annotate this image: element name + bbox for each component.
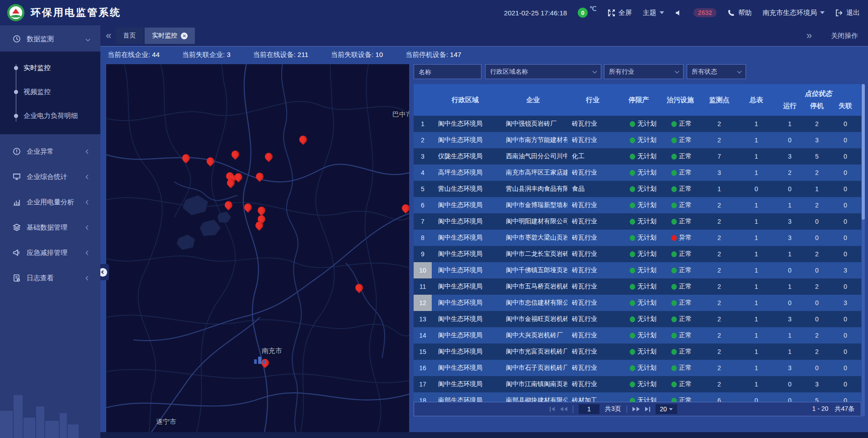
industry-filter-select[interactable]: 所有行业 [604,64,684,79]
cell-facility-status: 正常 [660,266,701,274]
table-row[interactable]: 13 阆中生态环境局 阆中市金福旺页岩机砖 砖瓦行业 无计划 正常 2 1 3 … [414,311,861,327]
sidebar-item-enterprise-statistics[interactable]: 企业综合统计 [0,164,100,189]
prev-page-button[interactable] [560,407,567,411]
notification-badge[interactable]: 2632 [693,8,717,17]
next-page-button[interactable] [632,407,640,411]
cell-meters: 1 [737,218,775,225]
cell-industry: 砖瓦行业 [567,315,618,323]
row-number: 17 [414,376,432,392]
cell-facility-status: 正常 [660,396,701,402]
sidebar-item-log-view[interactable]: 日志查看 [0,265,100,291]
table-row[interactable]: 17 阆中生态环境局 阆中市江南镇阆南页岩 砖瓦行业 无计划 正常 2 1 0 … [414,376,861,392]
cell-industry: 砖瓦行业 [567,283,618,291]
cell-points: 2 [701,234,737,241]
table-row[interactable]: 5 营山生态环境局 营山县润丰肉食品有限 食品 无计划 正常 1 0 0 1 0 [414,181,861,197]
status-filter-select[interactable]: 所有状态 [687,64,746,79]
stat-item: 当前在线企业: 44 [108,51,160,59]
cell-industry: 砖瓦行业 [567,217,618,226]
log-icon [13,274,21,282]
sidebar-item-realtime-monitoring[interactable]: 实时监控 [0,56,100,80]
sidebar-item-base-data[interactable]: 基础数据管理 [0,215,100,240]
col-facility: 治污设施 [660,84,701,116]
table-row[interactable]: 8 阆中生态环境局 阆中市枣碧大梁山页岩 砖瓦行业 无计划 异常 2 1 3 0… [414,230,861,246]
sidebar-item-emergency-reduction[interactable]: 应急减排管理 [0,240,100,265]
first-page-button[interactable] [550,407,555,412]
table-row[interactable]: 7 阆中生态环境局 阆中明阳建材有限公司 砖瓦行业 无计划 正常 2 1 3 0… [414,213,861,230]
cell-running: 1 [775,283,804,290]
tab-scroll-right-icon[interactable]: » [807,31,812,41]
filter-bar: 行政区域名称 所有行业 所有状态 [414,64,746,79]
layers-icon [13,223,21,231]
cell-facility-status: 正常 [660,201,701,209]
sidebar-item-power-analysis[interactable]: 企业用电量分析 [0,189,100,215]
region-filter-select[interactable]: 行政区域名称 [485,64,601,79]
sidebar-item-power-load-detail[interactable]: 企业电力负荷明细 [0,104,100,128]
table-row[interactable]: 4 高坪生态环境局 南充市高坪区王家店建 砖瓦行业 无计划 正常 3 1 2 2… [414,165,861,181]
bullet-icon [14,90,18,94]
col-running: 运行 [775,84,804,116]
table-row[interactable]: 15 阆中生态环境局 阆中市光富页岩机砖厂 砖瓦行业 无计划 正常 2 1 1 … [414,344,861,360]
sidebar-submenu: 实时监控 视频监控 企业电力负荷明细 [0,52,100,134]
cell-running: 0 [775,397,804,402]
cell-points: 2 [701,381,737,388]
page-size-select[interactable]: 20 [656,404,677,414]
table-row[interactable]: 6 阆中生态环境局 阆中市金博瑞新型墙材 砖瓦行业 无计划 正常 2 1 1 2… [414,197,861,213]
close-icon[interactable]: ✕ [181,33,188,39]
sidebar-item-video-monitoring[interactable]: 视频监控 [0,80,100,104]
cell-production-status: 无计划 [618,331,660,339]
help-button[interactable]: 帮助 [727,9,752,17]
table-row[interactable]: 18 南部生态环境局 南部县砌块建材有限公 砖材加工 无计划 正常 6 0 0 … [414,392,861,402]
name-filter-input[interactable] [419,68,476,75]
cell-lost: 3 [830,299,861,306]
table-row[interactable]: 3 仪陇生态环境局 西南油气田分公司川中 化工 无计划 正常 7 1 3 5 0 [414,148,861,165]
cell-lost: 0 [830,153,861,160]
org-dropdown[interactable]: 南充市生态环境局 [763,9,825,17]
table-row[interactable]: 12 阆中生态环境局 阆中市忠信建材有限公 砖瓦行业 无计划 正常 2 1 0 … [414,295,861,311]
col-points: 监测点 [701,84,737,116]
cell-company: 阆中市南方节能建材有 [499,136,567,144]
cell-meters: 1 [737,202,775,209]
mute-button[interactable] [675,9,683,17]
logout-button[interactable]: 退出 [835,9,860,17]
cell-stopped: 0 [804,316,830,323]
table-row[interactable]: 11 阆中生态环境局 阆中市五马桥页岩机砖 砖瓦行业 无计划 正常 2 1 1 … [414,278,861,295]
tab-realtime-monitoring[interactable]: 实时监控 ✕ [145,28,195,44]
sidebar-item-enterprise-abnormal[interactable]: 企业异常 [0,139,100,164]
cell-running: 3 [775,364,804,372]
status-dot-icon [630,219,635,225]
table-row[interactable]: 9 阆中生态环境局 阆中市二龙长宝页岩砖 砖瓦行业 无计划 正常 2 1 1 2… [414,246,861,262]
table-row[interactable]: 1 阆中生态环境局 阆中强锐页岩砖厂 砖瓦行业 无计划 正常 2 1 1 2 0 [414,116,861,132]
table-row[interactable]: 14 阆中生态环境局 阆中大兴页岩机砖厂 砖瓦行业 无计划 正常 2 1 1 2… [414,327,861,344]
cell-meters: 1 [737,120,775,127]
cell-region: 阆中生态环境局 [432,348,499,356]
cell-company: 南部县砌块建材有限公 [499,396,567,402]
fullscreen-button[interactable]: 全屏 [608,9,632,17]
table-row[interactable]: 2 阆中生态环境局 阆中市南方节能建材有 砖瓦行业 无计划 正常 2 1 0 3… [414,132,861,148]
cell-points: 2 [701,202,737,209]
cell-facility-status: 正常 [660,299,701,307]
sidebar-item-data-monitoring[interactable]: 数据监测 [0,29,100,49]
status-dot-icon [671,333,677,339]
page-number-input[interactable]: 1 [579,404,599,414]
close-operations-button[interactable]: 关闭操作 [831,32,858,40]
cell-meters: 1 [737,316,775,323]
cell-production-status: 无计划 [618,315,660,323]
map[interactable]: 巴中市南充市遂宁市 [106,64,409,432]
last-page-button[interactable] [645,407,650,412]
cell-running: 1 [775,202,804,209]
table-row[interactable]: 10 阆中生态环境局 阆中千佛镇五郎垭页岩 砖瓦行业 无计划 正常 2 1 0 … [414,262,861,278]
cell-region: 阆中生态环境局 [432,217,499,226]
cell-region: 阆中生态环境局 [432,315,499,323]
status-dot-icon [671,186,677,192]
theme-dropdown[interactable]: 主题 [643,9,664,17]
cell-stopped: 2 [804,120,830,127]
tab-scroll-left-icon[interactable]: « [106,31,111,41]
chevron-down-icon [737,69,742,74]
table-scrollbar[interactable] [862,84,865,416]
speaker-icon [675,9,683,17]
tab-home[interactable]: 首页 [116,28,143,44]
logout-icon [835,9,843,17]
table-row[interactable]: 16 阆中生态环境局 阆中市石子页岩机砖厂 砖瓦行业 无计划 正常 2 1 3 … [414,360,861,376]
chevron-left-icon [86,174,90,179]
cell-points: 2 [701,332,737,339]
